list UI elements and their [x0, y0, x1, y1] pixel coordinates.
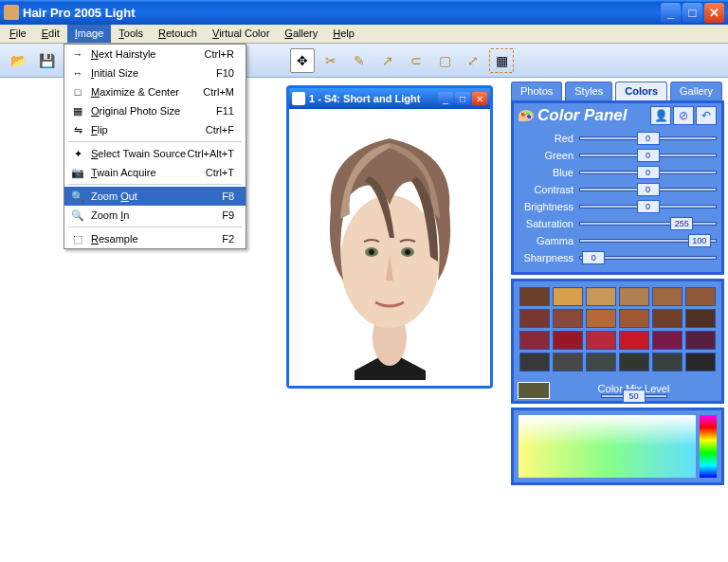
color-select-button[interactable]: ▦ [489, 48, 514, 73]
image-child-window: 1 - S4: Short and Light _ □ ✕ [286, 85, 493, 389]
color-swatch[interactable] [519, 309, 550, 328]
color-swatch[interactable] [553, 287, 583, 306]
child-minimize-button[interactable]: _ [438, 92, 453, 105]
wand-tool-button[interactable]: ✎ [347, 48, 372, 73]
slider-thumb-brightness[interactable]: 0 [637, 200, 660, 213]
resize-tool-button[interactable]: ⤢ [461, 48, 485, 73]
tab-photos[interactable]: Photos [511, 82, 562, 100]
image-menu-dropdown: →Next HairstyleCtrl+R↔Initial SizeF10□Ma… [64, 44, 246, 249]
menu-item-next-hairstyle[interactable]: →Next HairstyleCtrl+R [64, 45, 246, 63]
color-gradient-picker[interactable] [519, 415, 696, 478]
color-swatch[interactable] [685, 287, 716, 306]
color-swatch[interactable] [685, 309, 716, 328]
menu-image[interactable]: Image [67, 25, 112, 43]
rect-tool-button[interactable]: ▢ [432, 48, 457, 73]
close-button[interactable]: ✕ [704, 3, 724, 23]
slider-sharpness[interactable]: 0 [579, 256, 717, 260]
color-swatch[interactable] [619, 309, 649, 328]
svg-point-5 [369, 249, 374, 255]
color-swatch[interactable] [553, 309, 583, 328]
color-swatch[interactable] [586, 331, 616, 350]
color-swatch[interactable] [553, 331, 583, 350]
color-swatch[interactable] [652, 353, 682, 372]
side-panel: PhotosStylesColorsGallery Color Panel 👤 … [511, 82, 724, 489]
child-window-icon [292, 92, 305, 105]
child-close-button[interactable]: ✕ [472, 92, 487, 105]
move-tool-button[interactable]: ✥ [290, 48, 315, 73]
tab-gallery[interactable]: Gallery [670, 82, 722, 100]
mix-level-thumb[interactable]: 50 [623, 390, 646, 403]
color-swatch[interactable] [519, 353, 550, 372]
save-button[interactable]: 💾 [34, 48, 59, 73]
slider-gamma[interactable]: 100 [579, 239, 717, 243]
lasso-tool-button[interactable]: ⊂ [404, 48, 428, 73]
pick-hair-button[interactable]: 👤 [650, 106, 671, 125]
slider-thumb-gamma[interactable]: 100 [688, 234, 711, 247]
color-swatch[interactable] [553, 353, 583, 372]
menu-item-twain-acquire[interactable]: 📷Twain AcquireCtrl+T [64, 163, 246, 182]
color-swatch[interactable] [586, 353, 616, 372]
image-canvas[interactable] [289, 109, 490, 386]
slider-blue[interactable]: 0 [579, 171, 717, 174]
slider-brightness[interactable]: 0 [579, 205, 717, 208]
menu-item-zoom-out[interactable]: 🔍Zoom OutF8 [64, 187, 246, 206]
slider-label-green: Green [519, 150, 579, 161]
color-swatch[interactable] [586, 309, 616, 328]
menu-virtual-color[interactable]: Virtual Color [205, 25, 277, 43]
menu-item-flip[interactable]: ⇋FlipCtrl+F [64, 120, 246, 139]
open-folder-button[interactable]: 📂 [6, 48, 30, 73]
slider-contrast[interactable]: 0 [579, 188, 717, 191]
tab-styles[interactable]: Styles [565, 82, 612, 100]
slider-saturation[interactable]: 255 [579, 222, 717, 226]
menu-help[interactable]: Help [325, 25, 362, 43]
hue-bar-picker[interactable] [700, 415, 717, 478]
slider-thumb-contrast[interactable]: 0 [637, 183, 660, 196]
color-swatch[interactable] [586, 287, 616, 306]
cut-tool-button[interactable]: ✂ [318, 48, 343, 73]
color-swatch[interactable] [519, 331, 550, 350]
color-swatch[interactable] [619, 331, 649, 350]
undo-button[interactable]: ↶ [696, 106, 717, 125]
color-swatch[interactable] [619, 287, 649, 306]
color-mix-preview[interactable] [518, 382, 550, 399]
slider-thumb-saturation[interactable]: 255 [670, 217, 693, 230]
app-icon [4, 5, 19, 20]
menu-item-zoom-in[interactable]: 🔍Zoom InF9 [64, 206, 246, 225]
color-swatch[interactable] [685, 331, 716, 350]
menu-file[interactable]: File [2, 25, 34, 43]
slider-group: Red0Green0Blue0Contrast0Brightness0Satur… [514, 128, 721, 272]
slider-green[interactable]: 0 [579, 154, 717, 157]
child-window-title: 1 - S4: Short and Light [309, 93, 436, 104]
slider-thumb-green[interactable]: 0 [637, 149, 660, 162]
menu-edit[interactable]: Edit [34, 25, 67, 43]
maximize-button[interactable]: □ [682, 3, 702, 23]
color-swatch[interactable] [619, 353, 649, 372]
slider-thumb-sharpness[interactable]: 0 [582, 251, 605, 264]
mix-level-slider[interactable]: 50 [601, 394, 667, 398]
menu-item-original-photo-size[interactable]: ▦Original Photo SizeF11 [64, 101, 246, 120]
color-swatch[interactable] [652, 309, 682, 328]
arrow-tool-button[interactable]: ↗ [375, 48, 400, 73]
child-maximize-button[interactable]: □ [455, 92, 470, 105]
child-window-titlebar: 1 - S4: Short and Light _ □ ✕ [289, 88, 490, 109]
window-title: Hair Pro 2005 Light [23, 6, 659, 20]
minimize-button[interactable]: _ [661, 3, 681, 23]
menu-retouch[interactable]: Retouch [151, 25, 205, 43]
menu-tools[interactable]: Tools [111, 25, 151, 43]
tab-colors[interactable]: Colors [615, 82, 667, 100]
color-swatch[interactable] [685, 353, 716, 372]
slider-label-red: Red [519, 133, 579, 144]
slider-thumb-blue[interactable]: 0 [637, 166, 660, 179]
slider-red[interactable]: 0 [579, 136, 717, 140]
eraser-button[interactable]: ⊘ [673, 106, 694, 125]
color-swatch[interactable] [652, 287, 682, 306]
menu-item-maximize-center[interactable]: □Maximize & CenterCtrl+M [64, 82, 246, 101]
menu-item-initial-size[interactable]: ↔Initial SizeF10 [64, 63, 246, 82]
slider-thumb-red[interactable]: 0 [637, 132, 660, 145]
slider-label-saturation: Saturation [519, 218, 579, 229]
menu-item-resample[interactable]: ⬚ResampleF2 [64, 229, 246, 248]
menu-gallery[interactable]: Gallery [277, 25, 325, 43]
color-swatch[interactable] [519, 287, 550, 306]
color-swatch[interactable] [652, 331, 682, 350]
menu-item-select-twain-source[interactable]: ✦Select Twain SourceCtrl+Alt+T [64, 144, 246, 163]
